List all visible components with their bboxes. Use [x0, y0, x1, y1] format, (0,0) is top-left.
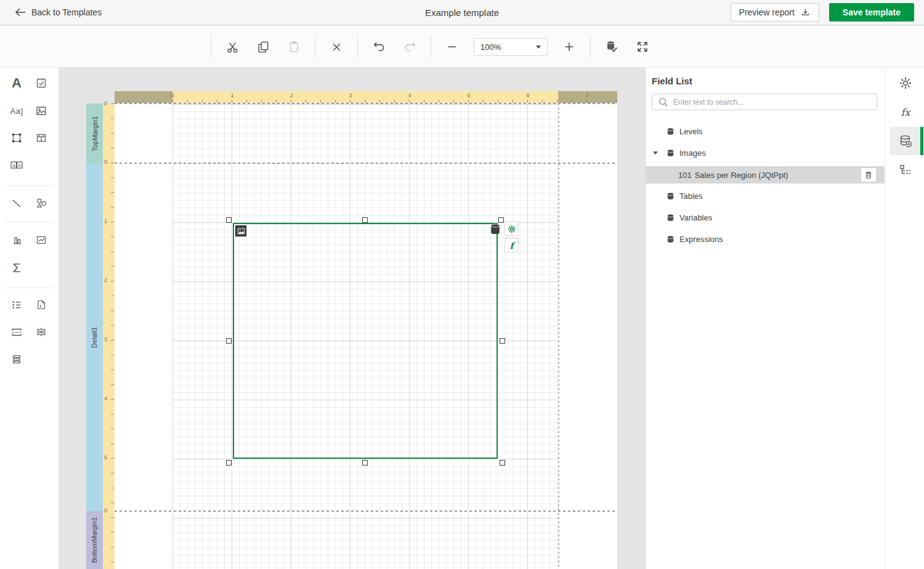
toolbar-divider: [211, 36, 211, 58]
copy-button[interactable]: [254, 34, 272, 59]
tree-group-variables[interactable]: Variables: [646, 209, 885, 226]
page-break-tool[interactable]: [6, 321, 27, 342]
hierarchy-panel-button[interactable]: [890, 156, 921, 184]
formula-tool[interactable]: Σ: [6, 257, 27, 278]
textbox-tool[interactable]: Aa]: [6, 100, 27, 121]
image-object-badge: [235, 225, 246, 236]
table-tool[interactable]: [31, 127, 52, 148]
redo-button[interactable]: [400, 34, 419, 59]
levels-bands-icon: [10, 353, 23, 365]
textbox-icon: Aa]: [10, 107, 23, 116]
paste-icon: [287, 40, 301, 54]
delete-icon: [330, 41, 343, 54]
formula-icon: f: [509, 241, 513, 251]
toolbar-divider: [315, 36, 315, 58]
selected-image-object[interactable]: [233, 223, 498, 459]
zoom-out-icon: [445, 40, 459, 54]
database-icon: [667, 235, 675, 243]
levels-bands-tool[interactable]: [6, 349, 27, 369]
object-formula-button[interactable]: f: [505, 238, 519, 252]
search-input[interactable]: [673, 94, 874, 110]
save-template-button[interactable]: Save template: [829, 3, 914, 22]
page-info-tool[interactable]: [31, 294, 52, 315]
resize-handle-ne[interactable]: [498, 217, 504, 223]
hruler-label: 3: [344, 92, 357, 99]
tree-group-label: Images: [679, 148, 706, 158]
topmargin-detail-boundary: [115, 163, 617, 164]
band-top-margin[interactable]: TopMargin1: [86, 103, 103, 163]
object-settings-button[interactable]: [505, 222, 519, 236]
resize-handle-s[interactable]: [362, 460, 368, 466]
hierarchy-icon: [899, 163, 912, 177]
line-tool[interactable]: [6, 193, 27, 214]
chevron-down-icon: [536, 46, 541, 49]
field-list-title: Field List: [652, 76, 692, 86]
distribute-tool[interactable]: [31, 321, 52, 342]
tree-group-levels[interactable]: Levels: [646, 123, 885, 140]
page-break-icon: [10, 326, 23, 338]
title-text-tool[interactable]: A: [6, 73, 27, 94]
band-bottom-margin[interactable]: BottomMargin1: [86, 511, 103, 569]
toolbar-divider: [590, 36, 591, 58]
data-sources-panel-button[interactable]: [890, 127, 921, 155]
tree-group-expressions[interactable]: Expressions: [646, 230, 885, 248]
tree-group-images[interactable]: Images: [646, 144, 885, 161]
field-list-panel: Field List Levels Images 101 Sales per R…: [645, 68, 885, 569]
vruler-label: 5: [97, 454, 107, 461]
tree-group-tables[interactable]: Tables: [646, 187, 885, 204]
database-badge-icon: [490, 224, 500, 235]
fullscreen-icon: [636, 40, 649, 54]
frame-icon: [10, 132, 23, 144]
formulas-panel-button[interactable]: fx: [890, 98, 921, 126]
vertical-ruler-ticks: [111, 103, 114, 569]
settings-panel-button[interactable]: [890, 69, 921, 97]
tree-group-label: Tables: [679, 192, 703, 201]
cut-button[interactable]: [223, 34, 241, 59]
resize-handle-e[interactable]: [500, 338, 505, 344]
svg-text:a: a: [12, 163, 15, 168]
toolbox-divider: [5, 185, 54, 186]
field-tool[interactable]: ab: [6, 155, 27, 176]
shapes-tool[interactable]: [31, 193, 52, 214]
editor-toolbar: 100%: [0, 26, 924, 68]
vruler-label: 4: [97, 395, 107, 402]
resize-handle-sw[interactable]: [226, 460, 232, 466]
fullscreen-button[interactable]: [633, 34, 652, 59]
preview-report-label: Preview report: [739, 7, 795, 17]
back-to-templates-button[interactable]: Back to Templates: [15, 0, 102, 25]
resize-handle-w[interactable]: [226, 338, 232, 344]
zoom-in-button[interactable]: [560, 34, 578, 59]
back-label: Back to Templates: [31, 7, 102, 17]
preview-report-button[interactable]: Preview report: [731, 3, 819, 22]
zoom-out-button[interactable]: [443, 34, 461, 59]
validate-data-button[interactable]: [602, 34, 621, 59]
resize-handle-nw[interactable]: [226, 217, 232, 223]
resize-handle-se[interactable]: [500, 460, 505, 466]
right-icon-rail: fx: [885, 68, 924, 569]
save-template-label: Save template: [843, 7, 901, 17]
expand-caret-icon[interactable]: [653, 151, 658, 155]
paste-button[interactable]: [285, 34, 303, 59]
list-icon: [10, 299, 23, 311]
zoom-level-select[interactable]: 100%: [474, 38, 548, 56]
hruler-label: 0: [166, 92, 179, 99]
checkbox-icon: [35, 77, 47, 89]
zoom-in-icon: [562, 40, 576, 54]
resize-handle-n[interactable]: [362, 217, 368, 223]
bar-chart-tool[interactable]: [6, 230, 27, 251]
undo-button[interactable]: [370, 34, 388, 59]
title-text-icon: A: [12, 75, 22, 91]
top-bar: Back to Templates Example template Previ…: [0, 0, 924, 25]
frame-tool[interactable]: [6, 127, 27, 148]
line-chart-tool[interactable]: [31, 230, 52, 251]
template-canvas[interactable]: 0 1 2 3 4 5 6 7 TopMargin1 Detail1 Botto…: [59, 68, 645, 569]
topbar-actions: Preview report Save template: [731, 3, 914, 22]
data-source-badge: [490, 224, 500, 235]
list-tool[interactable]: [6, 294, 27, 315]
delete-image-button[interactable]: [861, 167, 877, 182]
image-tool[interactable]: [31, 100, 52, 121]
checkbox-tool[interactable]: [31, 73, 52, 94]
tree-item-image-selected[interactable]: 101 Sales per Region (JQtPpt): [646, 166, 885, 184]
delete-button[interactable]: [327, 34, 346, 59]
tree-group-label: Expressions: [679, 235, 723, 244]
